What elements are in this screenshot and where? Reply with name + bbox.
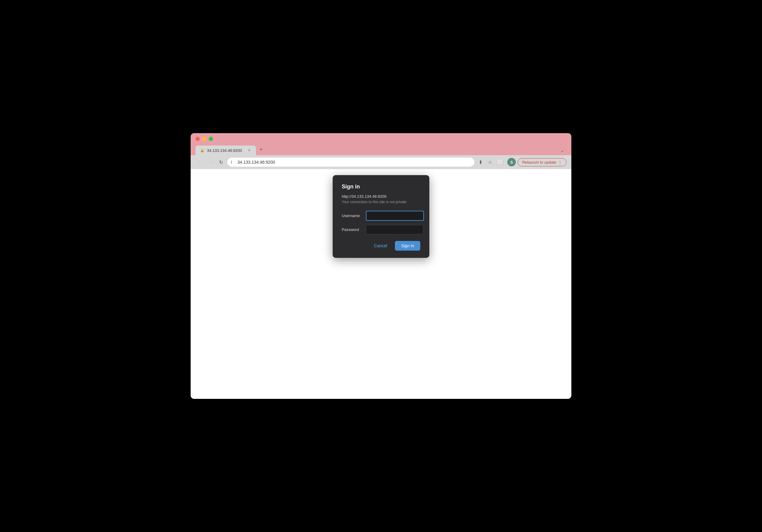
relaunch-button[interactable]: Relaunch to update ⋮ bbox=[517, 158, 567, 166]
dialog-url: http://34.133.134.46:9200 bbox=[342, 194, 420, 199]
tab-dropdown-icon[interactable]: ⌄ bbox=[558, 146, 567, 155]
dialog-overlay: Sign in http://34.133.134.46:9200 Your c… bbox=[190, 169, 572, 399]
tab-close-button[interactable]: × bbox=[247, 148, 252, 153]
tab-favicon-icon: 🔒 bbox=[200, 148, 204, 153]
split-view-button[interactable]: ⬜ bbox=[496, 158, 505, 166]
password-input[interactable] bbox=[366, 225, 423, 234]
sign-in-dialog: Sign in http://34.133.134.46:9200 Your c… bbox=[333, 175, 429, 258]
title-bar: 🔒 34.133.134.46:9200 × + ⌄ bbox=[190, 133, 572, 155]
cancel-button[interactable]: Cancel bbox=[369, 241, 392, 251]
address-info-icon: ℹ bbox=[231, 160, 232, 164]
address-input[interactable] bbox=[227, 158, 474, 167]
maximize-window-button[interactable] bbox=[209, 137, 213, 141]
window-controls bbox=[195, 137, 567, 141]
minimize-window-button[interactable] bbox=[202, 137, 206, 141]
password-label: Password bbox=[342, 227, 366, 232]
user-avatar[interactable]: S bbox=[507, 158, 516, 166]
back-button[interactable]: ← bbox=[195, 158, 204, 166]
username-input[interactable] bbox=[366, 211, 424, 221]
page-content: Sign in http://34.133.134.46:9200 Your c… bbox=[190, 169, 572, 399]
browser-tab[interactable]: 🔒 34.133.134.46:9200 × bbox=[195, 146, 256, 155]
more-options-icon: ⋮ bbox=[558, 160, 562, 165]
new-tab-button[interactable]: + bbox=[257, 144, 265, 155]
nav-actions: ⬆ ☆ ⬜ S Relaunch to update ⋮ bbox=[477, 158, 567, 166]
address-bar-container: ℹ bbox=[227, 158, 474, 167]
password-row: Password bbox=[342, 225, 420, 234]
dialog-actions: Cancel Sign In bbox=[342, 241, 420, 251]
relaunch-label: Relaunch to update bbox=[522, 160, 556, 165]
bookmark-button[interactable]: ☆ bbox=[486, 158, 494, 166]
tab-bar: 🔒 34.133.134.46:9200 × + ⌄ bbox=[195, 144, 567, 155]
sign-in-button[interactable]: Sign In bbox=[395, 241, 420, 251]
dialog-subtitle: Your connection to this site is not priv… bbox=[342, 200, 420, 204]
share-button[interactable]: ⬆ bbox=[477, 158, 484, 166]
tab-title: 34.133.134.46:9200 bbox=[207, 148, 245, 153]
dialog-title: Sign in bbox=[342, 183, 420, 190]
nav-bar: ← → ↻ ℹ ⬆ ☆ ⬜ S Relaunch to update ⋮ bbox=[190, 155, 572, 169]
forward-button[interactable]: → bbox=[206, 158, 215, 166]
browser-window: 🔒 34.133.134.46:9200 × + ⌄ ← → ↻ ℹ ⬆ ☆ ⬜… bbox=[190, 133, 572, 399]
close-window-button[interactable] bbox=[195, 137, 200, 141]
username-label: Username bbox=[342, 214, 366, 218]
username-row: Username bbox=[342, 211, 420, 221]
reload-button[interactable]: ↻ bbox=[217, 158, 225, 166]
